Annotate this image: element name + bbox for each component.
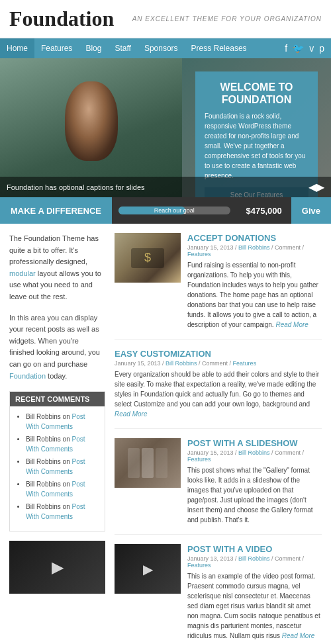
post-meta-customization: January 15, 2013 / Bill Robbins / Commen… xyxy=(115,360,322,367)
post-meta-video: January 13, 2013 / Bill Robbins / Commen… xyxy=(187,555,322,569)
main-content: The Foundation Theme has quite a bit to … xyxy=(0,224,331,644)
read-more-video[interactable]: Read More xyxy=(282,632,314,639)
donation-progress-label: Reach our goal xyxy=(154,207,195,214)
comment-link[interactable]: Post With Comments xyxy=(26,436,85,453)
post-thumb-video: ▶ xyxy=(115,544,181,594)
post-thumb-slideshow xyxy=(115,438,181,488)
comment-link[interactable]: Post With Comments xyxy=(26,503,85,520)
post-content-slideshow: POST WITH A SLIDESHOW January 15, 2013 /… xyxy=(187,438,322,525)
vimeo-icon[interactable]: v xyxy=(309,43,314,54)
comment-item: Bill Robbins on Post With Comments xyxy=(26,457,98,477)
post-author-link[interactable]: Bill Robbins xyxy=(238,555,270,562)
hero-welcome-title: WELCOME TO FOUNDATION xyxy=(205,81,308,106)
donation-progress-bar: Reach our goal xyxy=(118,207,230,214)
nav-social: f 🐦 v p xyxy=(285,43,331,54)
post-text-video: This is an example of the video post for… xyxy=(187,571,322,641)
post-content-donations: ACCEPT DONATIONS January 15, 2013 / Bill… xyxy=(187,233,322,330)
post-meta-donations: January 15, 2013 / Bill Robbins / Commen… xyxy=(187,244,322,257)
sidebar-video-thumb[interactable]: ▶ xyxy=(9,541,105,594)
post-video: ▶ POST WITH A VIDEO January 13, 2013 / B… xyxy=(115,544,322,644)
posts-area: $ ACCEPT DONATIONS January 15, 2013 / Bi… xyxy=(115,233,322,644)
foundation-link[interactable]: Foundation xyxy=(9,372,46,380)
post-category-link[interactable]: Features xyxy=(187,562,211,569)
post-author-link[interactable]: Bill Robbins xyxy=(166,360,197,367)
sidebar-video: ▶ xyxy=(9,541,105,594)
nav-home[interactable]: Home xyxy=(0,38,34,58)
hero-section: WELCOME TO FOUNDATION Foundation is a ro… xyxy=(0,58,331,197)
comment-item: Bill Robbins on Post With Comments xyxy=(26,479,98,499)
donation-label: MAKE A DIFFERENCE xyxy=(0,197,112,224)
twitter-icon[interactable]: 🐦 xyxy=(293,43,304,54)
post-category-link[interactable]: Features xyxy=(187,456,211,463)
main-nav: Home Features Blog Staff Sponsors Press … xyxy=(0,38,331,58)
comment-link[interactable]: Post With Comments xyxy=(26,413,85,430)
post-title-video: POST WITH A VIDEO xyxy=(187,544,322,554)
sidebar: The Foundation Theme has quite a bit to … xyxy=(9,233,105,644)
comment-item: Bill Robbins on Post With Comments xyxy=(26,412,98,432)
donation-amount: $475,000 xyxy=(237,206,291,216)
modular-link[interactable]: modular xyxy=(9,269,36,277)
sidebar-intro: The Foundation Theme has quite a bit to … xyxy=(9,233,105,303)
comment-item: Bill Robbins on Post With Comments xyxy=(26,502,98,522)
play-icon: ▶ xyxy=(52,558,64,576)
comment-link[interactable]: Post With Comments xyxy=(26,481,85,498)
site-logo: Foundation xyxy=(9,7,114,31)
comment-link[interactable]: Post With Comments xyxy=(26,458,85,475)
post-easy-customization: EASY CUSTOMIZATION January 15, 2013 / Bi… xyxy=(115,349,322,429)
nav-press-releases[interactable]: Press Releases xyxy=(185,38,254,58)
comments-list: Bill Robbins on Post With Comments Bill … xyxy=(17,412,98,522)
post-title-slideshow: POST WITH A SLIDESHOW xyxy=(187,438,322,448)
hero-nav-arrows[interactable]: ◀▶ xyxy=(308,181,324,193)
post-author-link[interactable]: Bill Robbins xyxy=(238,244,270,251)
post-title-customization: EASY CUSTOMIZATION xyxy=(115,349,322,359)
post-text-donations: Fund raising is essential to non-profit … xyxy=(187,260,322,330)
post-content-video: POST WITH A VIDEO January 13, 2013 / Bil… xyxy=(187,544,322,641)
read-more-donations[interactable]: Read More xyxy=(275,321,308,328)
nav-blog[interactable]: Blog xyxy=(79,38,108,58)
sidebar-intro2: In this area you can display your recent… xyxy=(9,312,105,383)
post-category-link[interactable]: Features xyxy=(233,360,257,367)
read-more-customization[interactable]: Read More xyxy=(115,410,147,418)
recent-comments-widget: RECENT COMMENTS Bill Robbins on Post Wit… xyxy=(9,391,105,531)
video-play-icon: ▶ xyxy=(143,561,153,577)
facebook-icon[interactable]: f xyxy=(285,43,287,54)
post-text-customization: Every organization should be able to add… xyxy=(115,369,322,419)
post-title-donations: ACCEPT DONATIONS xyxy=(187,233,322,243)
hero-caption: Foundation has optional captions for sli… xyxy=(0,177,331,197)
pinterest-icon[interactable]: p xyxy=(319,43,324,54)
post-category-link[interactable]: Features xyxy=(187,251,211,257)
nav-links: Home Features Blog Staff Sponsors Press … xyxy=(0,38,254,58)
comment-item: Bill Robbins on Post With Comments xyxy=(26,434,98,454)
hero-welcome-text: Foundation is a rock solid, responsive W… xyxy=(205,111,308,181)
post-meta-slideshow: January 15, 2013 / Bill Robbins / Commen… xyxy=(187,449,322,463)
recent-comments-title: RECENT COMMENTS xyxy=(10,392,105,406)
hero-caption-text: Foundation has optional captions for sli… xyxy=(7,183,145,191)
nav-staff[interactable]: Staff xyxy=(108,38,137,58)
post-author-link[interactable]: Bill Robbins xyxy=(238,449,270,456)
post-thumb-donations: $ xyxy=(115,233,181,283)
site-tagline: An Excellent Theme For Your Organization xyxy=(132,15,322,23)
post-text-slideshow: This post shows what the "Gallery" forma… xyxy=(187,465,322,525)
header: Foundation An Excellent Theme For Your O… xyxy=(0,0,331,38)
nav-features[interactable]: Features xyxy=(34,38,79,58)
post-accept-donations: $ ACCEPT DONATIONS January 15, 2013 / Bi… xyxy=(115,233,322,340)
post-slideshow: POST WITH A SLIDESHOW January 15, 2013 /… xyxy=(115,438,322,535)
nav-sponsors[interactable]: Sponsors xyxy=(138,38,185,58)
donation-progress-wrap: Reach our goal xyxy=(112,207,237,214)
donation-give-button[interactable]: Give xyxy=(291,197,331,224)
donation-bar: MAKE A DIFFERENCE Reach our goal $475,00… xyxy=(0,197,331,224)
